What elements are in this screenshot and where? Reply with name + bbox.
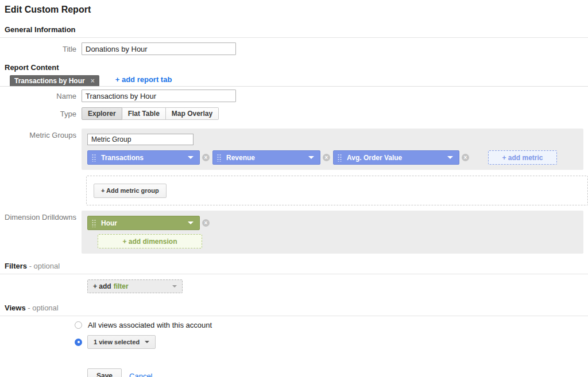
add-metric-group-dropzone: + Add metric group <box>86 176 588 205</box>
metric-groups-label: Metric Groups <box>0 129 82 139</box>
chevron-down-icon <box>188 221 194 224</box>
report-tab-label: Transactions by Hour <box>14 77 85 85</box>
title-row: Title <box>0 42 588 55</box>
type-label: Type <box>0 107 82 118</box>
type-button-group: Explorer Flat Table Map Overlay <box>82 107 219 120</box>
chevron-down-icon <box>447 156 453 159</box>
dropdown-arrow-icon <box>172 285 177 287</box>
report-content-heading: Report Content <box>5 63 588 72</box>
type-button-map-overlay[interactable]: Map Overlay <box>166 107 219 120</box>
add-metric-button[interactable]: + add metric <box>488 150 557 165</box>
dimension-pill-hour[interactable]: Hour <box>87 216 200 230</box>
general-information-heading: General Information <box>0 25 588 38</box>
general-information-heading-text: General Information <box>5 25 76 34</box>
close-icon[interactable] <box>91 77 95 84</box>
views-select-dropdown[interactable]: 1 view selected <box>87 335 156 349</box>
radio-selected-views[interactable] <box>75 339 82 346</box>
drag-handle-icon[interactable] <box>92 154 96 162</box>
metric-pill-transactions[interactable]: Transactions <box>87 150 200 165</box>
views-heading: Views - optional <box>0 304 588 316</box>
remove-metric-icon[interactable] <box>462 154 469 161</box>
metric-pill-revenue[interactable]: Revenue <box>212 150 320 165</box>
title-input[interactable] <box>82 42 236 55</box>
metric-pill-label: Avg. Order Value <box>347 154 447 162</box>
metric-pill-label: Transactions <box>101 154 188 162</box>
dimension-pill-label: Hour <box>101 219 188 227</box>
chevron-down-icon <box>188 156 194 159</box>
add-dimension-button[interactable]: + add dimension <box>98 234 202 248</box>
drag-handle-icon[interactable] <box>92 219 96 227</box>
radio-all-views-label: All views associated with this account <box>88 321 212 329</box>
metric-group-panel: Transactions Revenue Avg. Order Value + … <box>82 129 583 170</box>
views-option-all-row: All views associated with this account <box>75 321 588 329</box>
drag-handle-icon[interactable] <box>217 154 221 162</box>
dimension-drilldowns-row: Dimension Drilldowns Hour + add dimensio… <box>0 211 588 254</box>
views-optional-text: - optional <box>26 304 59 312</box>
chevron-down-icon <box>308 156 314 159</box>
add-filter-button[interactable]: + add filter <box>87 279 183 293</box>
filters-heading-text: Filters <box>5 262 27 270</box>
name-label: Name <box>0 90 82 100</box>
add-metric-group-button[interactable]: + Add metric group <box>94 184 167 198</box>
add-report-tab-link[interactable]: + add report tab <box>115 75 172 84</box>
add-filter-prefix: + add <box>93 282 111 290</box>
form-actions: Save Cancel <box>87 368 588 377</box>
cancel-link[interactable]: Cancel <box>129 372 152 377</box>
metric-pill-row: Transactions Revenue Avg. Order Value + … <box>87 150 578 165</box>
metric-pill-label: Revenue <box>226 154 308 162</box>
views-option-selected-row: 1 view selected <box>75 335 588 349</box>
metric-group-name-input[interactable] <box>87 134 194 145</box>
views-select-label: 1 view selected <box>94 339 140 345</box>
radio-all-views[interactable] <box>75 321 82 329</box>
report-tab[interactable]: Transactions by Hour <box>10 75 99 86</box>
name-row: Name <box>0 90 588 102</box>
type-row: Type Explorer Flat Table Map Overlay <box>0 107 588 120</box>
type-button-explorer[interactable]: Explorer <box>82 107 122 120</box>
dimension-drilldowns-label: Dimension Drilldowns <box>0 211 82 221</box>
remove-dimension-icon[interactable] <box>202 219 210 227</box>
report-tab-bar: Transactions by Hour + add report tab <box>0 75 588 87</box>
filters-heading: Filters - optional <box>0 262 588 274</box>
drag-handle-icon[interactable] <box>338 154 342 162</box>
dropdown-arrow-icon <box>145 341 149 343</box>
remove-metric-icon[interactable] <box>323 154 330 161</box>
title-label: Title <box>0 42 82 53</box>
add-filter-word: filter <box>114 282 129 290</box>
dimension-pill-row: Hour <box>87 216 578 230</box>
save-button[interactable]: Save <box>87 368 122 377</box>
metric-groups-row: Metric Groups Transactions Revenue Avg. … <box>0 129 588 170</box>
type-button-flat-table[interactable]: Flat Table <box>122 107 166 120</box>
views-heading-text: Views <box>5 304 26 312</box>
page-title: Edit Custom Report <box>5 5 588 15</box>
metric-pill-avg-order-value[interactable]: Avg. Order Value <box>333 150 459 165</box>
name-input[interactable] <box>82 90 236 102</box>
filters-optional-text: - optional <box>27 262 60 270</box>
dimension-panel: Hour + add dimension <box>82 211 583 254</box>
remove-metric-icon[interactable] <box>202 154 210 161</box>
